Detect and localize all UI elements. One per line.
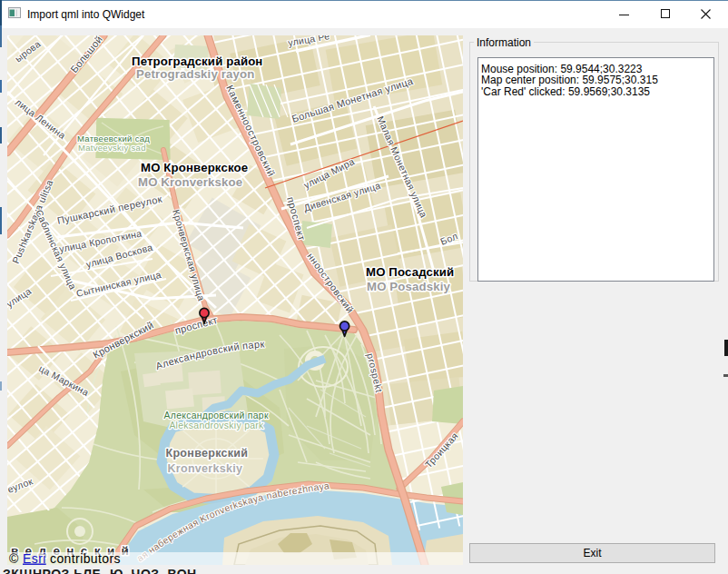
svg-text:МО Кронверкское: МО Кронверкское — [141, 161, 248, 174]
svg-text:Aleksandrovskiy park: Aleksandrovskiy park — [169, 421, 264, 430]
svg-text:Matveevskiy sad: Matveevskiy sad — [78, 143, 146, 153]
svg-text:© Esri contributors: © Esri contributors — [9, 551, 121, 566]
svg-text:MO Posadskiy: MO Posadskiy — [367, 280, 450, 293]
svg-text:МО Посадский: МО Посадский — [366, 265, 454, 279]
svg-text:Кронверкский: Кронверкский — [166, 447, 249, 460]
svg-text:Петроградский район: Петроградский район — [132, 54, 262, 68]
svg-text:Petrogradskiy rayon: Petrogradskiy rayon — [136, 67, 254, 81]
svg-text:Kronverkskiy: Kronverkskiy — [168, 462, 243, 475]
svg-text:Матвеевский сад: Матвеевский сад — [77, 134, 150, 144]
svg-text:Александровский парк: Александровский парк — [164, 411, 269, 421]
svg-text:MO Kronverkskoe: MO Kronverkskoe — [138, 175, 242, 189]
